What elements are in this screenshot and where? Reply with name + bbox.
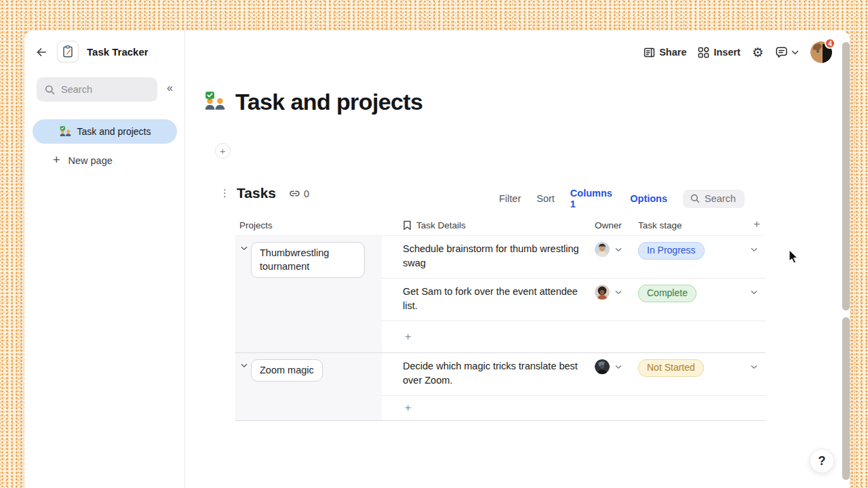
- bookmark-icon: [403, 220, 412, 230]
- tasks-table: Projects Task Details Owner Task stage +…: [235, 215, 766, 421]
- column-header-owner[interactable]: Owner: [595, 220, 638, 230]
- table-row[interactable]: Decide which magic tricks translate best…: [382, 353, 766, 396]
- new-page-label: New page: [68, 155, 113, 166]
- owner-avatar[interactable]: [595, 242, 610, 257]
- share-button[interactable]: Share: [644, 47, 686, 58]
- owner-cell[interactable]: [595, 285, 638, 313]
- link-icon: [289, 188, 300, 199]
- chevron-down-icon: [791, 50, 799, 55]
- table-search-button[interactable]: Search: [683, 190, 745, 208]
- owner-cell[interactable]: [595, 359, 638, 388]
- search-input[interactable]: [61, 84, 142, 95]
- options-button[interactable]: Options: [630, 193, 667, 204]
- collapse-sidebar-icon[interactable]: «: [167, 82, 173, 94]
- share-label: Share: [659, 47, 686, 58]
- sidebar-item-task-and-projects[interactable]: Task and projects: [33, 119, 177, 144]
- table-row[interactable]: Schedule brainstorm for thumb wrestling …: [382, 236, 766, 279]
- owner-dropdown-chevron-icon[interactable]: [615, 365, 622, 369]
- task-details-cell[interactable]: Get Sam to fork over the event attendee …: [403, 285, 595, 313]
- settings-gear-icon[interactable]: ⚙: [752, 46, 764, 59]
- app-window: Task Tracker « Task and projects + New p…: [24, 30, 850, 488]
- stage-dropdown-chevron-icon[interactable]: [751, 247, 757, 252]
- topbar: Share Insert ⚙: [644, 40, 832, 64]
- page-title: Task and projects: [235, 89, 422, 115]
- column-header-projects[interactable]: Projects: [235, 220, 382, 230]
- add-column-button[interactable]: +: [753, 218, 760, 231]
- table-search-label: Search: [705, 193, 736, 204]
- notification-badge[interactable]: 4: [825, 38, 835, 49]
- table-title: Tasks: [237, 185, 276, 201]
- add-block-button[interactable]: +: [215, 143, 231, 159]
- add-task-row-button[interactable]: +: [382, 321, 766, 352]
- avatar-photo: [595, 285, 610, 300]
- project-chip[interactable]: Thumbwrestling tournament: [251, 242, 365, 278]
- stage-dropdown-chevron-icon[interactable]: [751, 365, 757, 369]
- insert-label: Insert: [713, 47, 741, 58]
- scrollbar[interactable]: [842, 30, 850, 488]
- avatar-photo: [595, 359, 610, 374]
- user-avatar[interactable]: 4: [810, 41, 832, 63]
- collapse-group-chevron-icon[interactable]: [241, 246, 248, 251]
- task-details-cell[interactable]: Schedule brainstorm for thumb wrestling …: [403, 242, 595, 270]
- sidebar-item-label: Task and projects: [77, 126, 151, 137]
- task-details-cell[interactable]: Decide which magic tricks translate best…: [403, 359, 595, 388]
- stage-cell[interactable]: In Progress: [638, 242, 766, 270]
- owner-avatar[interactable]: [595, 285, 610, 300]
- stage-badge[interactable]: Not Started: [638, 359, 704, 377]
- filter-button[interactable]: Filter: [499, 193, 521, 204]
- stage-badge[interactable]: Complete: [638, 285, 696, 302]
- back-arrow-icon[interactable]: [34, 45, 49, 60]
- table-columns-header: Projects Task Details Owner Task stage +: [235, 215, 766, 236]
- plus-icon: +: [53, 153, 60, 167]
- insert-icon: [698, 47, 709, 58]
- insert-button[interactable]: Insert: [698, 47, 741, 58]
- table-menu-kebab-icon[interactable]: ⋮: [220, 187, 230, 199]
- owner-avatar[interactable]: [595, 359, 610, 374]
- sidebar-search[interactable]: [37, 77, 157, 102]
- people-check-icon: [59, 126, 72, 138]
- stage-badge[interactable]: In Progress: [638, 242, 705, 260]
- column-header-task-details[interactable]: Task Details: [382, 220, 595, 230]
- app-logo[interactable]: [57, 41, 79, 62]
- scrollbar-thumb[interactable]: [842, 317, 850, 480]
- people-check-icon: [203, 92, 226, 112]
- sort-button[interactable]: Sort: [536, 193, 555, 204]
- group-rows: Decide which magic tricks translate best…: [382, 353, 766, 420]
- collapse-group-chevron-icon[interactable]: [241, 363, 248, 368]
- project-chip[interactable]: Zoom magic: [251, 359, 323, 382]
- column-header-task-stage[interactable]: Task stage: [638, 220, 733, 230]
- comment-icon: [775, 46, 788, 59]
- project-cell: Zoom magic: [235, 353, 382, 420]
- search-icon: [690, 194, 700, 203]
- table-link-count[interactable]: 0: [289, 188, 309, 199]
- owner-dropdown-chevron-icon[interactable]: [615, 290, 622, 295]
- project-group: Zoom magic Decide which magic tricks tra…: [235, 353, 766, 421]
- app-title: Task Tracker: [87, 46, 149, 58]
- owner-cell[interactable]: [595, 242, 638, 270]
- page-icon: [203, 92, 226, 115]
- clipboard-icon: [61, 45, 75, 58]
- stage-cell[interactable]: Complete: [638, 285, 766, 313]
- project-cell: Thumbwrestling tournament: [235, 236, 382, 352]
- scrollbar-thumb[interactable]: [842, 42, 850, 310]
- sidebar: Task Tracker « Task and projects + New p…: [24, 30, 185, 488]
- new-page-button[interactable]: + New page: [53, 153, 113, 167]
- search-icon: [45, 85, 55, 95]
- table-row[interactable]: Get Sam to fork over the event attendee …: [382, 279, 766, 321]
- link-count-value: 0: [304, 188, 309, 199]
- table-toolbar: Filter Sort Columns 1 Options Search: [499, 188, 745, 209]
- project-group: Thumbwrestling tournament Schedule brain…: [235, 236, 766, 353]
- owner-dropdown-chevron-icon[interactable]: [615, 247, 622, 252]
- stage-cell[interactable]: Not Started: [638, 359, 766, 388]
- stage-dropdown-chevron-icon[interactable]: [751, 290, 757, 295]
- share-icon: [644, 47, 655, 58]
- comments-button[interactable]: [775, 46, 799, 59]
- avatar-photo: [595, 242, 610, 257]
- add-task-row-button[interactable]: +: [382, 396, 766, 420]
- help-button[interactable]: ?: [810, 449, 834, 473]
- group-rows: Schedule brainstorm for thumb wrestling …: [382, 236, 766, 352]
- columns-button[interactable]: Columns 1: [570, 188, 614, 209]
- column-header-label: Task Details: [416, 220, 466, 230]
